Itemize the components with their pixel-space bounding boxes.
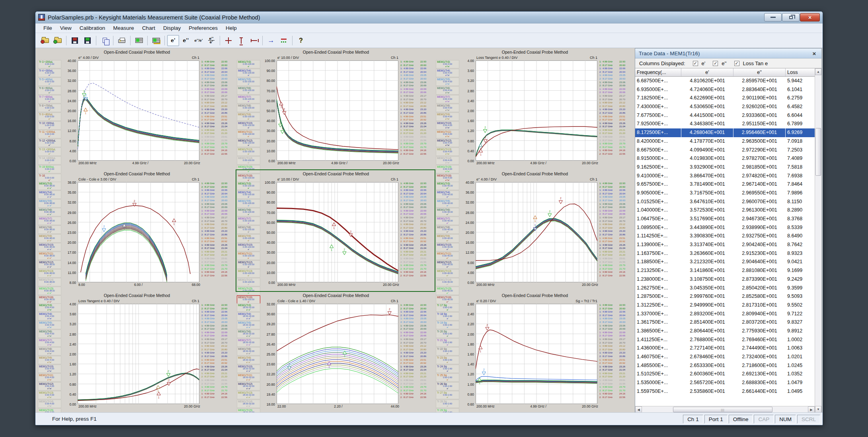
legend-entry[interactable]: MEM1(Tr3)0.00-40.00e'': [436, 182, 459, 190]
close-button[interactable]: ×: [800, 13, 820, 21]
table-row[interactable]: 1.040000E+...3.572530E+0012.961300E+0018…: [635, 206, 815, 215]
restore-button[interactable]: [782, 13, 800, 21]
table-row[interactable]: 1.114250E+...3.390830E+0012.932750E+0018…: [635, 232, 815, 241]
legend-entry[interactable]: Tr 19 Sg0.60-2.60e': [436, 321, 459, 329]
legend-entry[interactable]: MEM1(Tr12)8.00-38.00e' e'': [38, 260, 61, 269]
legend-entry[interactable]: Tr 5 +400uL0.00-0.00e'': [38, 78, 61, 86]
legend-entry[interactable]: MEM1(Tr10)0.00-4.00e''/e': [436, 121, 459, 130]
legend-entry[interactable]: Tr 14 +4000uL0.00-0.00e'': [38, 156, 61, 165]
legend-entry[interactable]: Tr 26 Sg0.60-2.60e': [436, 382, 459, 390]
column-header-3[interactable]: e'': [733, 68, 786, 76]
legend-entry[interactable]: Tr 12 +2000uL0.00-0.00e'': [38, 139, 61, 147]
autoscale-y-button[interactable]: [235, 35, 247, 46]
legend-entry[interactable]: MEM1(Tr15)18.00-32.00e' e'': [237, 408, 260, 412]
legend-entry[interactable]: MEM1(Tr8)18.00-32.00e' e'': [237, 347, 260, 355]
legend-entry[interactable]: MEM1(Tr4)0.00-4.00e''/e': [38, 312, 61, 320]
instrument-setup-button[interactable]: [150, 35, 162, 46]
scroll-down-button[interactable]: ▼: [815, 406, 821, 412]
menu-help[interactable]: Help: [222, 24, 241, 32]
legend-entry[interactable]: MEM1(Tr3)0.00-100.00e': [237, 60, 260, 68]
table-row[interactable]: 8.667500E+...4.099490E+0012.972290E+0017…: [635, 146, 815, 155]
legend-entry[interactable]: Tr 17 Sg0.60-2.60e': [436, 303, 459, 312]
legend-entry[interactable]: MEM1(Tr9)18.00-32.00e' e'': [237, 356, 260, 364]
legend-entry[interactable]: Tr 9 +800uL0.00-0.00e'': [38, 113, 61, 121]
legend-entry[interactable]: MEM1(Tr14)0.00-100.00e': [237, 156, 260, 165]
copy-button[interactable]: [99, 35, 111, 46]
legend-entry[interactable]: MEM1(Tr4)0.00-4.00e''/e': [436, 69, 459, 77]
legend-entry[interactable]: MEM1(Tr7)0.00-100.00e': [237, 217, 260, 225]
legend-entry[interactable]: Tr 20 Sg0.60-2.60e': [436, 330, 459, 338]
legend-entry[interactable]: MEM1(Tr8)0.00-40.00e'': [436, 225, 459, 234]
legend-entry[interactable]: MEM1(Tr7)0.00-4.00e''/e': [436, 95, 459, 103]
limit-lines-button[interactable]: [278, 35, 290, 46]
legend-entry[interactable]: MEM1(Tr13)0.00-4.00e''/e': [436, 148, 459, 156]
legend-entry[interactable]: MEM1(Tr5)0.00-100.00e': [237, 199, 260, 208]
legend-entry[interactable]: Tr 10 +900uL0.00-0.00e'': [38, 121, 61, 130]
legend-entry[interactable]: MEM1(Tr9)0.00-100.00e': [237, 113, 260, 121]
help-button[interactable]: ?: [295, 35, 307, 46]
table-row[interactable]: 1.089500E+...3.443890E+0012.938990E+0018…: [635, 223, 815, 232]
print-button[interactable]: [116, 35, 128, 46]
legend-entry[interactable]: MEM1(Tr5)0.00-4.00e''/e': [436, 78, 459, 86]
legend-entry[interactable]: MEM1(Tr4)18.00-32.00e' e'': [237, 312, 260, 320]
legend-entry[interactable]: MEM1(Tr8)0.00-4.00e''/e': [38, 347, 61, 355]
legend-entry[interactable]: MEM1(Tr8)0.00-4.00e''/e': [436, 104, 459, 112]
legend-entry[interactable]: MEM1(Tr10)18.00-32.00e' e'': [237, 365, 260, 373]
legend-entry[interactable]: MEM1(Tr8)0.00-100.00e': [237, 225, 260, 234]
legend-entry[interactable]: MEM1(Tr11)0.00-40.00e'': [436, 252, 459, 260]
legend-entry[interactable]: MEM1(Tr6)8.00-38.00e' e'': [38, 208, 61, 216]
legend-entry[interactable]: Tr 29 Sg0.60-2.60e': [436, 408, 459, 412]
legend-entry[interactable]: MEM1(Tr4)0.00-40.00e'': [436, 190, 459, 199]
scroll-up-button[interactable]: ▲: [815, 68, 821, 75]
checkbox-losstane[interactable]: ✓: [734, 61, 739, 66]
legend-entry[interactable]: Tr 11 +1000uL0.00-0.00e'': [38, 130, 61, 138]
plot-area[interactable]: 1221: [476, 304, 597, 404]
table-row[interactable]: 1.262750E+...3.045350E+0012.850420E+0019…: [635, 284, 815, 293]
legend-entry[interactable]: MEM1(Tr9)0.00-4.00e''/e': [38, 356, 61, 364]
table-row[interactable]: 1.510250E+...2.600360E+0012.692130E+0011…: [635, 370, 815, 379]
legend-entry[interactable]: MEM1(Tr4)0.00-100.00e': [237, 190, 260, 199]
column-header-4[interactable]: Loss: [786, 68, 815, 76]
legend-entry[interactable]: MEM1(Tr14)0.00-100.00e': [237, 278, 260, 286]
legend-entry[interactable]: Tr 18 Sg0.60-2.60e': [436, 312, 459, 320]
table-row[interactable]: 1.411250E+...2.768800E+0012.769460E+0011…: [635, 336, 815, 344]
column-header-1[interactable]: Frequency(...: [635, 68, 681, 76]
table-row[interactable]: 7.430000E+...4.530650E+0012.926020E+0016…: [635, 103, 815, 111]
legend-entry[interactable]: MEM1(Tr14)0.00-40.00e'': [436, 278, 459, 286]
legend-entry[interactable]: MEM1(Tr5)0.00-4.00e''/e': [38, 321, 61, 329]
menu-chart[interactable]: Chart: [138, 24, 159, 32]
legend-entry[interactable]: MEM1(Tr11)0.00-100.00e': [237, 252, 260, 260]
table-row[interactable]: 1.559750E+...2.535860E+0012.661440E+0011…: [635, 387, 815, 396]
save-state-file-button[interactable]: [82, 35, 94, 46]
open-probe-file-button[interactable]: [39, 35, 51, 46]
legend-entry[interactable]: MEM1(Tr12)0.00-4.00e''/e': [38, 382, 61, 390]
open-state-file-button[interactable]: [52, 35, 64, 46]
scroll-right-button[interactable]: ▶: [808, 406, 815, 412]
connect-instrument-button[interactable]: [133, 35, 145, 46]
menu-measure[interactable]: Measure: [109, 24, 138, 32]
menu-calibration[interactable]: Calibration: [76, 24, 109, 32]
legend-entry[interactable]: MEM1(Tr14)0.00-4.00e''/e': [38, 400, 61, 408]
legend-entry[interactable]: MEM1(Tr10)0.00-40.00e'': [436, 243, 459, 251]
table-row[interactable]: 1.312250E+...2.949990E+0012.817310E+0019…: [635, 301, 815, 310]
legend-entry[interactable]: MEM1(Tr3)8.00-38.00e' e'': [38, 182, 61, 190]
table-row[interactable]: 1.064750E+...3.517690E+0012.946730E+0018…: [635, 215, 815, 223]
legend-entry[interactable]: MEM1(Tr10)0.00-100.00e': [237, 121, 260, 130]
legend-entry[interactable]: MEM1(Tr9)0.00-4.00e''/e': [436, 113, 459, 121]
legend-entry[interactable]: MEM1(Tr9)8.00-38.00e' e'': [38, 234, 61, 243]
legend-entry[interactable]: MEM1(Tr11)0.00-4.00e''/e': [436, 130, 459, 138]
legend-entry[interactable]: MEM1(Tr12)18.00-32.00e' e'': [237, 382, 260, 390]
legend-entry[interactable]: MEM1(Tr10)0.00-100.00e': [237, 243, 260, 251]
checkbox-e[interactable]: ✓: [713, 61, 718, 66]
legend-entry[interactable]: MEM1(Tr12)0.00-100.00e': [237, 260, 260, 269]
legend-entry[interactable]: Tr 7 +600uL0.00-0.00e'': [38, 95, 61, 103]
legend-entry[interactable]: MEM1(Tr6)0.00-40.00e'': [436, 208, 459, 216]
horizontal-scrollbar[interactable]: ◀ ||| ▶: [635, 406, 815, 412]
plot-area[interactable]: 221: [78, 60, 199, 161]
trace-panel-titlebar[interactable]: Trace Data - MEM1(Tr16) ×: [635, 49, 821, 58]
legend-entry[interactable]: MEM1(Tr5)0.00-100.00e': [237, 78, 260, 86]
legend-entry[interactable]: MEM1(Tr14)0.00-4.00e''/e': [436, 156, 459, 165]
legend-entry[interactable]: MEM1(Tr13)18.00-32.00e' e'': [237, 391, 260, 399]
plot-area[interactable]: 1212: [277, 182, 398, 282]
plot-area[interactable]: 2121: [78, 182, 199, 282]
